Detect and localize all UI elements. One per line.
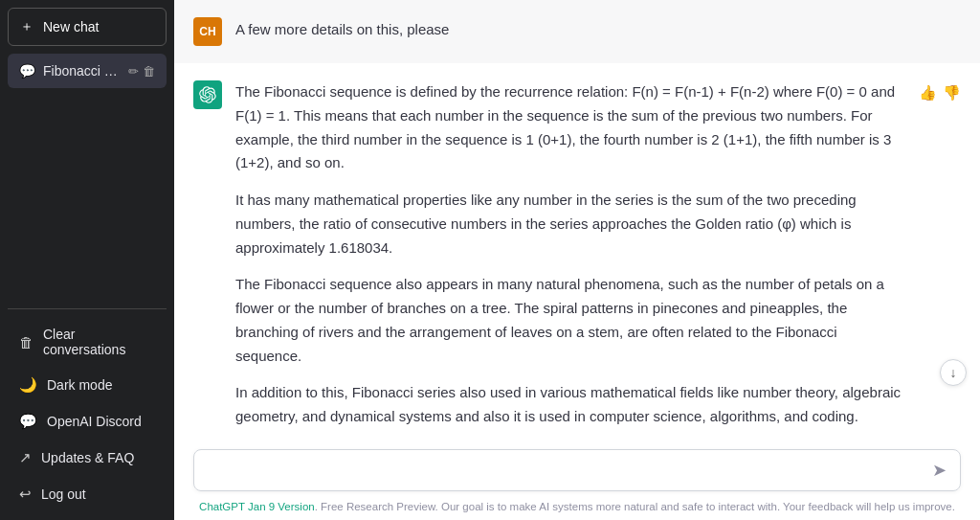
main-panel: CH A few more details on this, please Th… [174, 0, 980, 520]
ai-paragraph-4: In addition to this, Fibonacci series al… [235, 381, 905, 429]
chevron-down-icon: ↓ [950, 365, 957, 380]
user-message: CH A few more details on this, please [174, 0, 980, 63]
version-link[interactable]: ChatGPT Jan 9 Version [199, 501, 315, 512]
discord-icon: 💬 [19, 413, 37, 430]
ai-avatar [193, 80, 222, 109]
sidebar-action-dark-mode[interactable]: 🌙 Dark mode [8, 367, 167, 403]
ai-paragraph-2: It has many mathematical properties like… [235, 189, 905, 260]
input-wrap: ➤ [193, 449, 961, 491]
user-initials: CH [199, 25, 215, 38]
dark-mode-label: Dark mode [47, 377, 112, 393]
thumbs-down-icon[interactable]: 👎 [943, 84, 961, 102]
ai-paragraph-3: The Fibonacci sequence also appears in m… [235, 273, 905, 368]
scroll-down-button[interactable]: ↓ [940, 359, 967, 386]
input-bar: ➤ [174, 440, 980, 497]
faq-label: Updates & FAQ [41, 450, 134, 465]
moon-icon: 🌙 [19, 376, 37, 394]
send-icon: ➤ [932, 460, 947, 481]
logout-icon: ↩ [19, 486, 32, 503]
sidebar-action-logout[interactable]: ↩ Log out [8, 476, 167, 512]
chat-bubble-icon: 💬 [19, 63, 35, 79]
ai-message: The Fibonacci sequence is defined by the… [174, 63, 980, 440]
chat-item-title: Fibonacci Series Ex [43, 63, 121, 79]
plus-icon: ＋ [20, 18, 33, 35]
sidebar-action-faq[interactable]: ↗ Updates & FAQ [8, 440, 167, 476]
new-chat-label: New chat [43, 19, 99, 34]
delete-icon[interactable]: 🗑 [143, 64, 155, 79]
ai-paragraph-1: The Fibonacci sequence is defined by the… [235, 80, 905, 175]
user-message-text: A few more details on this, please [235, 17, 449, 37]
edit-icon[interactable]: ✏ [128, 64, 139, 79]
chat-input[interactable] [208, 463, 932, 479]
footer: ChatGPT Jan 9 Version. Free Research Pre… [174, 497, 980, 520]
discord-label: OpenAI Discord [47, 414, 142, 429]
sidebar-divider [8, 308, 167, 309]
chat-messages[interactable]: CH A few more details on this, please Th… [174, 0, 980, 440]
chat-list-item[interactable]: 💬 Fibonacci Series Ex ✏ 🗑 [8, 54, 167, 88]
user-avatar: CH [193, 17, 222, 46]
logout-label: Log out [41, 486, 86, 502]
sidebar-action-clear[interactable]: 🗑 Clear conversations [8, 317, 167, 367]
sidebar-action-discord[interactable]: 💬 OpenAI Discord [8, 403, 167, 440]
external-link-icon: ↗ [19, 449, 32, 466]
chat-item-actions: ✏ 🗑 [128, 64, 155, 79]
new-chat-button[interactable]: ＋ New chat [8, 8, 167, 46]
send-button[interactable]: ➤ [932, 460, 947, 481]
trash-icon: 🗑 [19, 334, 33, 350]
footer-text: . Free Research Preview. Our goal is to … [315, 501, 955, 512]
sidebar: ＋ New chat 💬 Fibonacci Series Ex ✏ 🗑 🗑 C… [0, 0, 174, 520]
ai-message-content: The Fibonacci sequence is defined by the… [235, 80, 905, 429]
thumbs-up-icon[interactable]: 👍 [919, 84, 937, 102]
clear-conversations-label: Clear conversations [43, 327, 155, 357]
ai-feedback-buttons: 👍 👎 [919, 80, 961, 102]
